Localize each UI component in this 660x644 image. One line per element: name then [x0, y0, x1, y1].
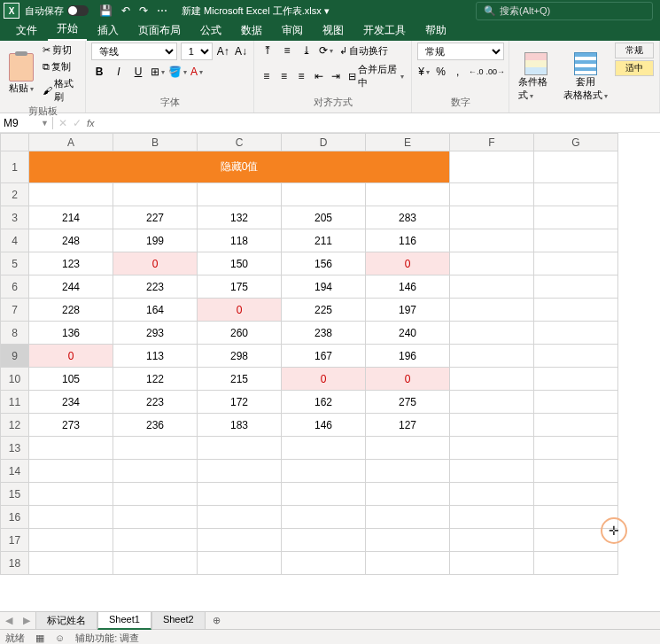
tab-数据[interactable]: 数据 [232, 20, 271, 41]
cell[interactable] [198, 552, 282, 575]
format-painter-button[interactable]: 🖌格式刷 [41, 76, 80, 105]
cell[interactable] [534, 275, 618, 299]
row-header-18[interactable]: 18 [1, 552, 29, 575]
cell[interactable] [450, 437, 534, 460]
tab-文件[interactable]: 文件 [7, 20, 46, 41]
cell[interactable] [534, 483, 618, 506]
font-color-button[interactable]: A [189, 64, 205, 80]
fx-confirm-icon[interactable]: ✓ [73, 117, 82, 129]
autosave-toggle[interactable]: 自动保存 [25, 4, 89, 18]
cell[interactable]: 275 [366, 391, 450, 414]
cell[interactable] [282, 506, 366, 529]
row-header-12[interactable]: 12 [1, 414, 29, 437]
cell[interactable] [534, 322, 618, 345]
cell[interactable] [534, 437, 618, 460]
row-header-9[interactable]: 9 [1, 345, 29, 368]
add-sheet-button[interactable]: ⊕ [206, 615, 228, 626]
cell[interactable]: 132 [198, 206, 282, 229]
cell[interactable] [366, 483, 450, 506]
cell[interactable]: 228 [29, 299, 113, 322]
cell[interactable]: 227 [113, 206, 198, 229]
font-name-select[interactable]: 等线 [91, 43, 177, 60]
border-button[interactable]: ⊞ [150, 64, 166, 80]
cell[interactable] [113, 552, 198, 575]
cell[interactable] [450, 229, 534, 252]
cell[interactable]: 223 [113, 391, 198, 414]
cell[interactable] [198, 506, 282, 529]
underline-button[interactable]: U [130, 64, 146, 80]
italic-button[interactable]: I [111, 64, 127, 80]
col-header-A[interactable]: A [29, 134, 113, 151]
tab-视图[interactable]: 视图 [314, 20, 353, 41]
copy-button[interactable]: ⧉复制 [41, 59, 80, 74]
cell[interactable]: 199 [113, 229, 198, 252]
cell[interactable] [29, 183, 113, 206]
cell[interactable] [282, 437, 366, 460]
undo-icon[interactable]: ↶ [121, 4, 130, 17]
cell[interactable] [534, 206, 618, 229]
col-header-G[interactable]: G [534, 134, 618, 151]
cell[interactable] [534, 183, 618, 206]
cell[interactable]: 105 [29, 368, 113, 391]
align-center-icon[interactable]: ≡ [277, 68, 291, 84]
fill-color-button[interactable]: 🪣 [169, 64, 185, 80]
cell[interactable] [198, 437, 282, 460]
cell[interactable] [29, 529, 113, 552]
cell[interactable] [450, 151, 534, 183]
number-format-select[interactable]: 常规 [417, 43, 504, 60]
cell[interactable]: 248 [29, 229, 113, 252]
cell[interactable] [113, 183, 198, 206]
cell[interactable] [450, 414, 534, 437]
cell[interactable] [534, 391, 618, 414]
row-header-15[interactable]: 15 [1, 483, 29, 506]
cell[interactable]: 167 [282, 345, 366, 368]
cell[interactable] [450, 391, 534, 414]
comma-icon[interactable]: , [451, 64, 464, 80]
cell[interactable] [366, 437, 450, 460]
cell[interactable]: 197 [366, 299, 450, 322]
cell[interactable] [29, 460, 113, 483]
row-header-13[interactable]: 13 [1, 437, 29, 460]
filename-label[interactable]: 新建 Microsoft Excel 工作表.xlsx ▾ [182, 4, 330, 18]
align-left-icon[interactable]: ≡ [260, 68, 274, 84]
cell[interactable] [534, 368, 618, 391]
row-header-2[interactable]: 2 [1, 183, 29, 206]
sheet-tab-Sheet2[interactable]: Sheet2 [151, 611, 206, 630]
tab-公式[interactable]: 公式 [191, 20, 230, 41]
font-size-select[interactable]: 11 [181, 43, 213, 60]
save-icon[interactable]: 💾 [99, 4, 113, 17]
row-header-8[interactable]: 8 [1, 322, 29, 345]
more-icon[interactable]: ⋯ [157, 4, 167, 17]
cell[interactable] [366, 460, 450, 483]
cell[interactable] [29, 483, 113, 506]
cell[interactable]: 214 [29, 206, 113, 229]
cell[interactable]: 0 [366, 368, 450, 391]
indent-dec-icon[interactable]: ⇤ [312, 68, 326, 84]
cell[interactable]: 236 [113, 414, 198, 437]
sheet-nav-next-icon[interactable]: ▶ [18, 615, 35, 626]
decrease-font-icon[interactable]: A↓ [234, 43, 248, 59]
currency-icon[interactable]: ¥ [417, 64, 431, 80]
fx-icon[interactable]: fx [87, 118, 95, 128]
cell[interactable] [450, 483, 534, 506]
row-header-6[interactable]: 6 [1, 275, 29, 299]
increase-font-icon[interactable]: A↑ [216, 43, 230, 59]
cell[interactable]: 283 [366, 206, 450, 229]
cell[interactable] [534, 229, 618, 252]
search-input[interactable]: 🔍 搜索(Alt+Q) [476, 2, 653, 20]
align-bottom-icon[interactable]: ⤓ [299, 43, 314, 58]
cell[interactable] [450, 206, 534, 229]
cell[interactable] [534, 345, 618, 368]
chevron-down-icon[interactable]: ▼ [41, 119, 49, 128]
row-header-4[interactable]: 4 [1, 229, 29, 252]
row-header-5[interactable]: 5 [1, 252, 29, 275]
cell[interactable] [450, 529, 534, 552]
cell[interactable] [282, 183, 366, 206]
cell[interactable] [113, 529, 198, 552]
cell[interactable]: 123 [29, 252, 113, 275]
align-middle-icon[interactable]: ≡ [279, 43, 295, 58]
bold-button[interactable]: B [91, 64, 107, 80]
tab-帮助[interactable]: 帮助 [416, 20, 455, 41]
cell[interactable]: 146 [366, 275, 450, 299]
row-header-14[interactable]: 14 [1, 460, 29, 483]
